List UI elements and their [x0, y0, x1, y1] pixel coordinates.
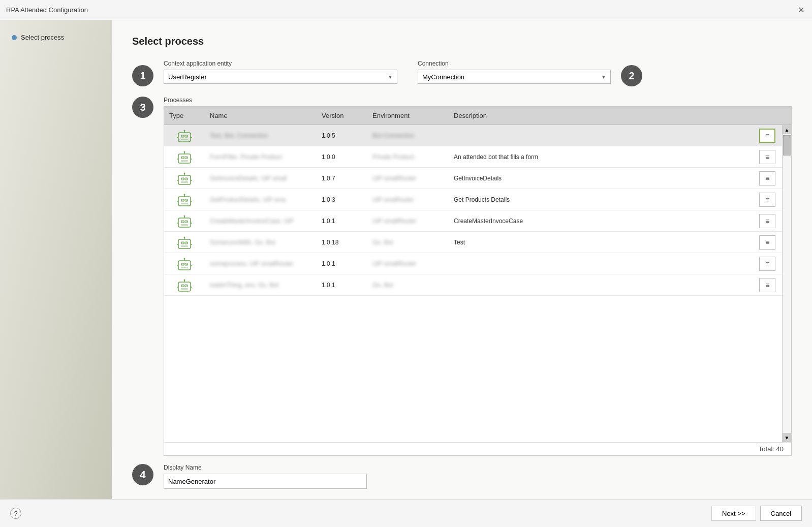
row-name: FormFiller, Private Product [205, 151, 317, 163]
table-row[interactable]: someprocess, UiP smallRouter 1.0.1 UiP s… [164, 253, 782, 274]
header-name: Name [205, 110, 317, 121]
connection-value: MyConnection [422, 73, 464, 81]
display-name-group: Display Name [164, 464, 367, 489]
svg-rect-50 [178, 239, 191, 249]
svg-rect-10 [178, 154, 191, 163]
cancel-button[interactable]: Cancel [760, 506, 802, 521]
header-version: Version [317, 110, 367, 121]
context-entity-select[interactable]: UserRegister ▼ [164, 70, 397, 84]
title-bar: RPA Attended Configuration ✕ [0, 0, 812, 20]
sidebar-item-select-process[interactable]: Select process [8, 30, 104, 44]
svg-point-49 [186, 221, 188, 222]
connection-select[interactable]: MyConnection ▼ [418, 70, 611, 84]
row-menu-button[interactable]: ≡ [759, 150, 775, 164]
svg-rect-30 [178, 197, 191, 206]
context-entity-arrow: ▼ [388, 74, 393, 80]
svg-rect-37 [181, 203, 188, 204]
svg-point-74 [184, 279, 185, 281]
close-button[interactable]: ✕ [796, 5, 806, 15]
row-environment: UiP smallRouter [367, 258, 449, 269]
table-row[interactable]: GetInvoiceDetails, UiP small 1.0.7 UiP s… [164, 168, 782, 189]
row-description: Test [449, 237, 757, 248]
svg-rect-27 [181, 181, 188, 183]
row-name: GetProductDetails, UiP sma [205, 194, 317, 205]
scroll-thumb[interactable] [783, 135, 791, 156]
table-row[interactable]: Test, Bot, Connection 1.0.5 Bot Connecti… [164, 125, 782, 146]
table-scrollbar: ▲ ▼ [782, 125, 791, 442]
svg-point-44 [184, 215, 185, 216]
row-version: 1.0.1 [317, 215, 367, 227]
sidebar-item-label: Select process [21, 34, 64, 41]
bottom-buttons: Next >> Cancel [711, 506, 802, 521]
row-description: GetInvoiceDetails [449, 173, 757, 184]
row-menu-cell: ≡ [757, 191, 782, 209]
svg-point-79 [186, 285, 188, 286]
connection-label: Connection [418, 60, 611, 67]
connection-arrow: ▼ [601, 74, 606, 80]
svg-point-34 [184, 194, 185, 195]
svg-point-69 [186, 264, 188, 265]
robot-icon-cell [164, 168, 205, 189]
svg-point-39 [186, 200, 188, 201]
svg-point-59 [186, 242, 188, 243]
table-row[interactable]: FormFiller, Private Product 1.0.0 Privat… [164, 146, 782, 168]
table-row[interactable]: loadmThing, env, Go, Bot 1.0.1 Go, Bot ≡ [164, 274, 782, 296]
step-2-circle: 2 [621, 65, 642, 86]
svg-rect-77 [181, 288, 188, 290]
row-menu-button[interactable]: ≡ [759, 257, 775, 271]
table-row[interactable]: GetProductDetails, UiP sma 1.0.3 UiP sma… [164, 189, 782, 210]
content-area: Select process 1 Context application ent… [112, 20, 812, 499]
row-menu-button[interactable]: ≡ [759, 193, 775, 207]
header-action [766, 110, 791, 121]
table-body: Test, Bot, Connection 1.0.5 Bot Connecti… [164, 125, 782, 442]
robot-icon-cell [164, 275, 205, 295]
row-version: 1.0.1 [317, 258, 367, 269]
processes-table: Type Name Version Environment Descriptio… [164, 106, 792, 456]
next-button[interactable]: Next >> [711, 506, 756, 521]
row-version: 1.0.0 [317, 151, 367, 163]
row-menu-cell: ≡ [757, 148, 782, 166]
svg-rect-17 [181, 160, 188, 162]
header-type: Type [164, 110, 205, 121]
row-menu-cell: ≡ [757, 169, 782, 188]
svg-point-9 [186, 136, 188, 137]
row-menu-button[interactable]: ≡ [759, 235, 775, 250]
row-name: SomeconnWith, Go, Bot [205, 237, 317, 248]
svg-point-24 [184, 172, 185, 174]
svg-point-28 [181, 178, 182, 179]
scroll-down-button[interactable]: ▼ [783, 433, 792, 442]
row-menu-button[interactable]: ≡ [759, 171, 775, 185]
row-environment: UiP smaRouter [367, 194, 449, 205]
svg-point-8 [181, 136, 182, 137]
help-button[interactable]: ? [10, 508, 21, 519]
row-description [449, 134, 757, 138]
row-environment: UiP smallRouter [367, 215, 449, 227]
display-name-input[interactable] [164, 474, 367, 489]
table-row[interactable]: SomeconnWith, Go, Bot 1.0.18 Go, Bot Tes… [164, 232, 782, 253]
step-4-circle: 4 [132, 464, 153, 485]
connection-group: Connection MyConnection ▼ [418, 60, 611, 84]
display-name-label: Display Name [164, 464, 367, 471]
row-description [449, 283, 757, 287]
row-name: GetInvoiceDetails, UiP small [205, 173, 317, 184]
scroll-up-button[interactable]: ▲ [783, 125, 792, 134]
context-entity-value: UserRegister [168, 73, 207, 81]
svg-rect-7 [181, 139, 188, 140]
row-menu-button[interactable]: ≡ [759, 214, 775, 228]
header-environment: Environment [367, 110, 449, 121]
svg-point-64 [184, 258, 185, 259]
svg-rect-70 [178, 282, 191, 291]
sidebar-dot [12, 35, 17, 40]
step-1-circle: 1 [132, 65, 153, 86]
row-version: 1.0.7 [317, 173, 367, 184]
svg-point-18 [181, 157, 182, 158]
row-menu-cell: ≡ [757, 127, 782, 145]
sidebar: Select process [0, 20, 112, 499]
row-menu-button[interactable]: ≡ [759, 129, 775, 143]
row-version: 1.0.1 [317, 280, 367, 291]
row-menu-button[interactable]: ≡ [759, 278, 775, 292]
svg-point-68 [181, 264, 182, 265]
svg-point-38 [181, 200, 182, 201]
table-row[interactable]: CreateMasterInvoiceCase, UiP 1.0.1 UiP s… [164, 210, 782, 232]
svg-point-78 [181, 285, 182, 286]
